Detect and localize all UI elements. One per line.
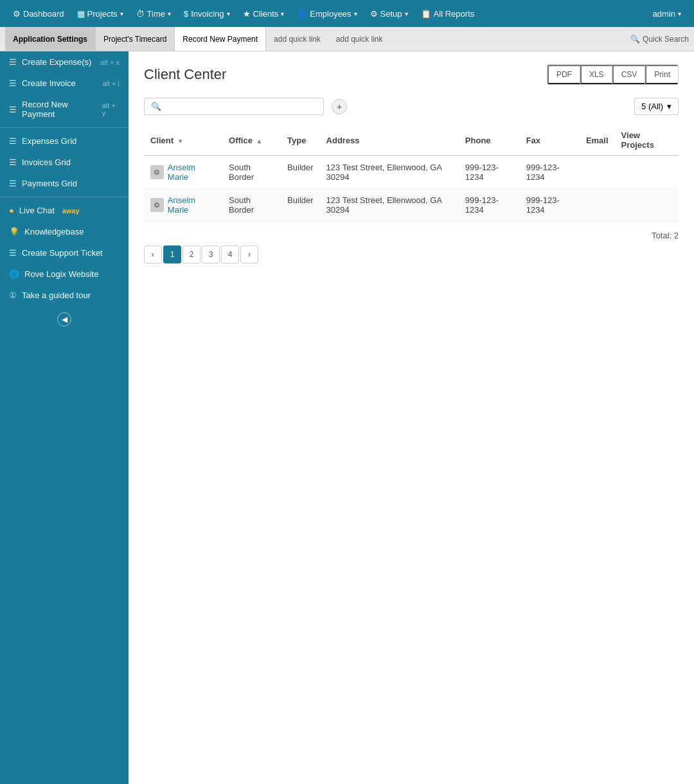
reports-icon: 📋 <box>421 9 431 19</box>
nav-projects[interactable]: ▦ Projects ▾ <box>71 0 130 27</box>
col-office[interactable]: Office ▲ <box>222 125 281 156</box>
create-invoice-icon: ☰ <box>9 78 17 88</box>
cell-fax-1: 999-123-1234 <box>520 189 580 222</box>
create-expenses-icon: ☰ <box>9 57 17 67</box>
nav-invoicing[interactable]: $ Invoicing ▾ <box>177 0 236 27</box>
main-layout: ☰ Create Expense(s) alt + x ☰ Create Inv… <box>0 51 694 784</box>
tab-projects-timecard[interactable]: Project's Timecard <box>96 27 175 51</box>
sidebar-item-guided-tour[interactable]: ① Take a guided tour <box>0 285 129 306</box>
nav-employees[interactable]: 👤 Employees ▾ <box>290 0 363 27</box>
cell-phone-1: 999-123-1234 <box>459 189 520 222</box>
cell-office-1: South Border <box>222 189 281 222</box>
main-header: Client Center PDF XLS CSV Print <box>144 64 679 85</box>
col-phone: Phone <box>459 125 520 156</box>
col-email: Email <box>580 125 615 156</box>
col-type: Type <box>281 125 319 156</box>
pagination-prev[interactable]: ‹ <box>144 245 162 263</box>
search-add-btn[interactable]: + <box>332 99 347 114</box>
sidebar-divider-2 <box>0 197 129 197</box>
expenses-grid-icon: ☰ <box>9 136 17 146</box>
sidebar: ☰ Create Expense(s) alt + x ☰ Create Inv… <box>0 51 129 784</box>
sidebar-item-invoices-grid[interactable]: ☰ Invoices Grid <box>0 152 129 173</box>
setup-icon: ⚙ <box>370 9 378 19</box>
client-sort-icon: ▼ <box>177 138 184 145</box>
pagination-next[interactable]: › <box>240 245 258 263</box>
sidebar-item-knowledgebase[interactable]: 💡 Knowledgebase <box>0 221 129 242</box>
cell-type-0: Builder <box>281 156 319 189</box>
pagination-page-4[interactable]: 4 <box>221 245 239 263</box>
main-content: Client Center PDF XLS CSV Print 🔍 + 5 (A… <box>129 51 694 784</box>
add-quick-link-1[interactable]: add quick link <box>266 35 328 44</box>
nav-setup[interactable]: ⚙ Setup ▾ <box>364 0 414 27</box>
sidebar-item-payments-grid[interactable]: ☰ Payments Grid <box>0 173 129 194</box>
cell-client-1: ⚙ Anselm Marie <box>144 189 222 222</box>
record-payment-icon: ☰ <box>9 105 17 114</box>
search-input[interactable] <box>165 102 317 111</box>
cell-client-0: ⚙ Anselm Marie <box>144 156 222 189</box>
quick-search[interactable]: 🔍 Quick Search <box>630 35 689 44</box>
page-title: Client Center <box>144 66 226 83</box>
client-link-0[interactable]: Anselm Marie <box>168 163 216 182</box>
cell-view-projects-1 <box>615 189 679 222</box>
cell-email-0 <box>580 156 615 189</box>
tab-application-settings[interactable]: Application Settings <box>5 27 96 51</box>
export-xls-btn[interactable]: XLS <box>580 65 612 84</box>
cell-email-1 <box>580 189 615 222</box>
employees-icon: 👤 <box>297 9 307 19</box>
export-buttons: PDF XLS CSV Print <box>547 64 679 85</box>
pagination-page-2[interactable]: 2 <box>182 245 200 263</box>
dashboard-icon: ⚙ <box>13 9 21 19</box>
nav-clients[interactable]: ★ Clients ▾ <box>236 0 291 27</box>
sidebar-item-create-support-ticket[interactable]: ☰ Create Support Ticket <box>0 242 129 263</box>
sidebar-collapse-btn[interactable]: ◀ <box>0 306 129 333</box>
employees-dropdown-arrow: ▾ <box>354 10 357 17</box>
search-icon: 🔍 <box>151 102 161 111</box>
cell-type-1: Builder <box>281 189 319 222</box>
sidebar-item-rove-logix[interactable]: 🌐 Rove Logix Website <box>0 263 129 285</box>
collapse-icon: ◀ <box>57 312 71 326</box>
cell-view-projects-0 <box>615 156 679 189</box>
export-print-btn[interactable]: Print <box>645 65 678 84</box>
sidebar-item-create-expenses[interactable]: ☰ Create Expense(s) alt + x <box>0 51 129 73</box>
sidebar-item-live-chat[interactable]: ● Live Chat away <box>0 200 129 221</box>
nav-time[interactable]: ⏱ Time ▾ <box>130 0 177 27</box>
sidebar-item-create-invoice[interactable]: ☰ Create Invoice alt + i <box>0 73 129 94</box>
tab-record-new-payment[interactable]: Record New Payment <box>175 27 266 51</box>
sidebar-item-expenses-grid[interactable]: ☰ Expenses Grid <box>0 130 129 152</box>
rove-logix-icon: 🌐 <box>9 269 19 279</box>
support-ticket-icon: ☰ <box>9 248 17 258</box>
cell-address-0: 123 Test Street, Ellenwood, GA 30294 <box>320 156 459 189</box>
client-icon-1: ⚙ <box>150 198 164 212</box>
table-header-row: Client ▼ Office ▲ Type Address Phone <box>144 125 679 156</box>
export-csv-btn[interactable]: CSV <box>612 65 646 84</box>
cell-address-1: 123 Test Street, Ellenwood, GA 30294 <box>320 189 459 222</box>
client-link-1[interactable]: Anselm Marie <box>168 195 216 215</box>
pagination: ‹ 1 2 3 4 › <box>144 245 679 263</box>
search-input-wrap: 🔍 <box>144 98 324 115</box>
nav-all-reports[interactable]: 📋 All Reports <box>414 0 481 27</box>
clients-icon: ★ <box>243 9 251 19</box>
nav-dashboard[interactable]: ⚙ Dashboard <box>6 0 71 27</box>
col-client[interactable]: Client ▼ <box>144 125 222 156</box>
clients-dropdown-arrow: ▾ <box>281 10 284 17</box>
payments-grid-icon: ☰ <box>9 179 17 188</box>
cell-fax-0: 999-123-1234 <box>520 156 580 189</box>
table-row: ⚙ Anselm Marie South Border Builder 123 … <box>144 189 679 222</box>
invoicing-icon: $ <box>184 9 188 19</box>
add-quick-link-2[interactable]: add quick link <box>328 35 391 44</box>
filter-dropdown[interactable]: 5 (All) ▾ <box>634 98 679 115</box>
admin-menu[interactable]: admin ▾ <box>646 0 688 27</box>
search-bar: 🔍 + 5 (All) ▾ <box>144 98 679 115</box>
time-icon: ⏱ <box>136 9 145 19</box>
projects-icon: ▦ <box>77 9 85 19</box>
guided-tour-icon: ① <box>9 290 17 300</box>
table-row: ⚙ Anselm Marie South Border Builder 123 … <box>144 156 679 189</box>
export-pdf-btn[interactable]: PDF <box>547 65 580 84</box>
filter-dropdown-arrow: ▾ <box>667 102 672 111</box>
client-icon-0: ⚙ <box>150 165 164 179</box>
pagination-page-3[interactable]: 3 <box>202 245 220 263</box>
pagination-page-1[interactable]: 1 <box>163 245 181 263</box>
sidebar-item-record-payment[interactable]: ☰ Record New Payment alt + y <box>0 94 129 125</box>
sidebar-divider-1 <box>0 127 129 128</box>
admin-dropdown-arrow: ▾ <box>678 10 681 17</box>
